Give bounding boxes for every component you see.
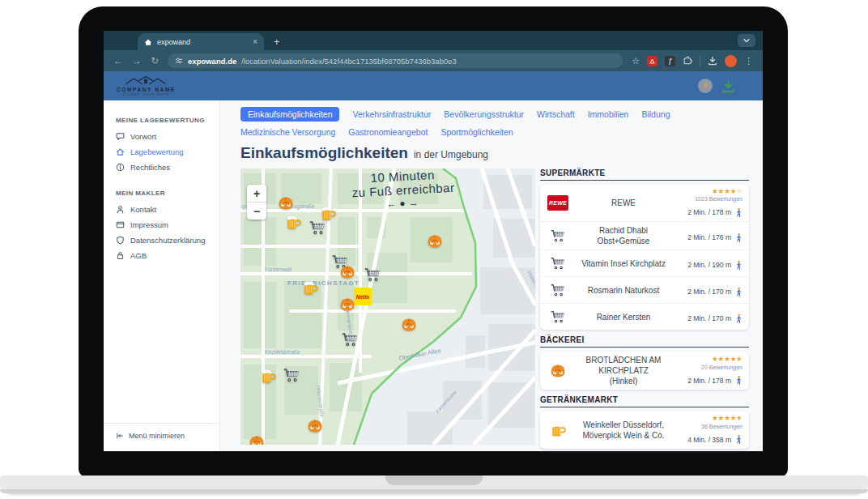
company-slogan: Slogan Goes Here	[123, 92, 169, 96]
map-marker-pretzel[interactable]	[427, 233, 443, 250]
sidebar-item-kontakt[interactable]: Kontakt	[116, 202, 219, 217]
theme-toggle-sun-icon[interactable]	[698, 79, 713, 93]
fonts-extension-icon[interactable]	[665, 56, 675, 66]
sidebar-item-lagebewertung[interactable]: Lagebewertung	[116, 144, 219, 160]
collapse-menu-button[interactable]: Menü minimieren	[104, 423, 219, 451]
walk-time: 2 Min. / 170 m	[687, 314, 731, 322]
tab-einkaufsmoeglichkeiten[interactable]: Einkaufsmöglichkeiten	[240, 107, 339, 122]
sidebar-item-agb[interactable]: AGB	[116, 248, 219, 263]
walking-person-icon	[735, 434, 742, 445]
poi-row-getraenke[interactable]: Weinkeller Düsseldorf, Mövenpick Wein & …	[540, 412, 749, 448]
map-marker-cart[interactable]	[341, 331, 359, 348]
browser-tab[interactable]: expowand ×	[138, 33, 264, 50]
map-marker-cart[interactable]	[364, 266, 381, 284]
tab-immobilien[interactable]: Immobilien	[588, 109, 629, 119]
sidebar-item-rechtliches[interactable]: Rechtliches	[116, 160, 219, 175]
company-logo[interactable]: COMPANY NAME Slogan Goes Here	[117, 75, 176, 96]
roofline-logo-icon	[122, 75, 169, 86]
poi-row-rewe[interactable]: REWE REWE ★★★★☆ 1023 Bewertungen 2 Min. …	[540, 185, 749, 221]
back-icon[interactable]: ←	[113, 56, 123, 66]
shield-icon	[116, 236, 125, 245]
tab-verkehrsinfrastruktur[interactable]: Verkehrsinfrastruktur	[352, 109, 431, 119]
map-marker-beer[interactable]	[285, 215, 301, 231]
tab-bevoelkerungsstruktur[interactable]: Bevölkerungsstruktur	[444, 109, 524, 119]
tab-search-chevron-button[interactable]	[738, 34, 755, 47]
cart-icon	[550, 255, 566, 271]
walk-time: 4 Min. / 358 m	[687, 436, 731, 444]
map-marker-pretzel[interactable]	[339, 264, 355, 280]
walk-time: 2 Min. / 190 m	[687, 261, 731, 269]
poi-row[interactable]: Rosmarin Naturkost 2 Min. / 170 m	[540, 276, 749, 303]
sidebar-item-vorwort[interactable]: Vorwort	[116, 129, 219, 144]
site-info-icon[interactable]	[175, 57, 183, 65]
browser-menu-icon[interactable]: ⋮	[744, 57, 753, 66]
tab-bildung[interactable]: Bildung	[641, 109, 670, 119]
poi-row-baeckerei[interactable]: BROTLÄDCHEN AM KIRCHPLATZ (Hinkel) ★★★★★…	[540, 352, 749, 390]
map-marker-pretzel[interactable]	[401, 317, 417, 333]
zoom-in-button[interactable]: +	[247, 185, 266, 202]
poi-row[interactable]: Vitamin Insel Kirchplatz 2 Min. / 190 m	[540, 250, 749, 276]
poi-name: Rachid Dhabi Obst+Gemüse	[574, 225, 673, 246]
site-page: COMPANY NAME Slogan Goes Here MEINE LAGE…	[104, 71, 763, 451]
tab-gastronomieangebot[interactable]: Gastronomieangebot	[348, 127, 428, 137]
section-title: BÄCKEREI	[540, 335, 749, 348]
tab-favicon-house-icon	[144, 38, 152, 46]
tab-close-icon[interactable]: ×	[253, 38, 257, 46]
tab-sportmoeglichkeiten[interactable]: Sportmöglichkeiten	[440, 127, 513, 137]
pdf-extension-icon[interactable]	[647, 56, 657, 66]
poi-name: REWE	[574, 198, 673, 208]
url-bar[interactable]: expowand.de/locationValuation/index/542f…	[168, 53, 623, 68]
poi-row[interactable]: Rainer Kersten 2 Min. / 170 m	[540, 303, 749, 330]
tab-medizinische-versorgung[interactable]: Medizinische Versorgung	[240, 127, 335, 137]
map-marker-beer[interactable]	[302, 280, 318, 296]
page-title: Einkaufsmöglichkeiten in der Umgebung	[240, 144, 763, 162]
cart-icon	[550, 228, 566, 244]
poi-name: Rainer Kersten	[574, 312, 673, 322]
map-marker-cart[interactable]	[308, 219, 326, 237]
poi-name: BROTLÄDCHEN AM KIRCHPLATZ	[586, 356, 662, 375]
rewe-logo: REWE	[547, 195, 568, 211]
forward-icon[interactable]: →	[132, 56, 142, 66]
sidebar: MEINE LAGEBEWERTUNG Vorwort Lagebewertun…	[104, 100, 220, 451]
collapse-left-icon	[116, 432, 124, 440]
sidebar-item-impressum[interactable]: Impressum	[116, 217, 219, 232]
map-marker-netto[interactable]: Netto	[354, 288, 372, 305]
zoom-out-button[interactable]: −	[247, 202, 266, 220]
map-marker-cart[interactable]	[283, 366, 300, 384]
url-domain: expowand.de	[188, 57, 236, 66]
map-marker-pretzel[interactable]	[307, 418, 323, 434]
poi-row[interactable]: Rachid Dhabi Obst+Gemüse 2 Min. / 176 m	[540, 221, 749, 250]
window-icon	[116, 220, 125, 229]
laptop-screen-frame: expowand × + ← → ↻ expowand.de/locationV…	[79, 6, 788, 477]
poi-panel: SUPERMÄRKTE REWE REWE ★★★★☆ 1023 Bewertu…	[540, 168, 749, 451]
map-marker-beer[interactable]	[260, 369, 276, 385]
person-icon	[116, 205, 125, 214]
export-download-icon[interactable]	[721, 79, 735, 93]
rating-stars: ★★★★★☆	[678, 415, 742, 422]
profile-avatar[interactable]	[725, 55, 737, 67]
cart-icon	[550, 282, 566, 298]
comment-icon	[116, 132, 125, 141]
new-tab-button[interactable]: +	[274, 36, 280, 47]
sidebar-item-datenschutz[interactable]: Datenschutzerklärung	[116, 232, 219, 248]
walk-time: 2 Min. / 170 m	[687, 288, 731, 296]
section-title: SUPERMÄRKTE	[540, 168, 749, 181]
map-marker-pretzel[interactable]	[339, 296, 355, 313]
bookmark-star-icon[interactable]: ☆	[632, 56, 640, 66]
downloads-icon[interactable]	[708, 56, 717, 66]
map-marker-pretzel[interactable]	[249, 434, 265, 445]
laptop-base	[0, 476, 868, 493]
map-marker-pretzel[interactable]	[278, 195, 294, 211]
map[interactable]: gstraße Herzogstraße Fürstenwall Kirchfe…	[240, 168, 535, 445]
section-baeckerei: BÄCKEREI BROTLÄDCHEN AM KIRCHPLATZ (Hink…	[540, 335, 749, 390]
header-actions	[698, 79, 750, 93]
page-subtitle: in der Umgebung	[414, 149, 488, 160]
tab-wirtschaft[interactable]: Wirtschaft	[537, 109, 575, 119]
extensions-puzzle-icon[interactable]	[683, 56, 692, 66]
reload-icon[interactable]: ↻	[151, 56, 159, 66]
poi-name: Vitamin Insel Kirchplatz	[574, 258, 673, 269]
url-path: /locationValuation/index/542f44bc17135bf…	[241, 57, 457, 66]
walking-person-icon	[735, 287, 742, 297]
walk-time: 2 Min. / 178 m	[687, 208, 731, 216]
info-icon	[116, 163, 125, 172]
